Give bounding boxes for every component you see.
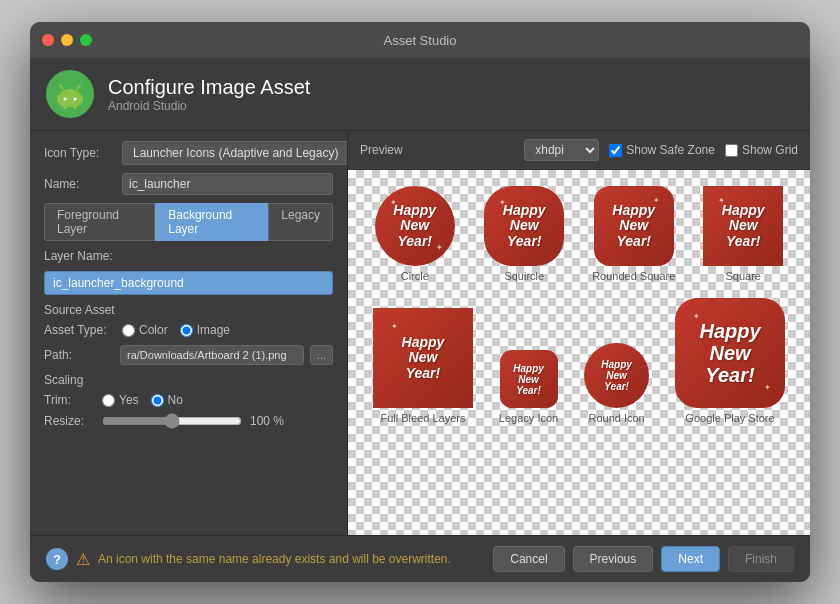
- bottom-bar: ? ⚠ An icon with the same name already e…: [30, 535, 810, 582]
- layer-name-label: Layer Name:: [44, 249, 114, 263]
- resize-slider[interactable]: [102, 413, 242, 429]
- icon-round-shape: HappyNewYear!: [584, 343, 649, 408]
- star-decoration-3: ✦: [499, 198, 506, 207]
- icon-rounded-square-preview: ✦ HappyNewYear!: [594, 186, 674, 266]
- asset-type-radio-group: Color Image: [122, 323, 230, 337]
- icon-rounded-square-text: HappyNewYear!: [608, 199, 659, 253]
- asset-type-image-radio[interactable]: [180, 324, 193, 337]
- maximize-button[interactable]: [80, 34, 92, 46]
- icon-type-label: Icon Type:: [44, 146, 114, 160]
- asset-type-row: Asset Type: Color Image: [44, 323, 333, 337]
- scaling-section: Scaling Trim: Yes No: [44, 373, 333, 429]
- icon-squircle-preview: ✦ HappyNewYear!: [484, 186, 564, 266]
- tab-foreground-layer[interactable]: Foreground Layer: [44, 203, 155, 241]
- star-decoration-4: ✦: [653, 196, 660, 205]
- header-text: Configure Image Asset Android Studio: [108, 76, 310, 113]
- icon-circle-text: HappyNewYear!: [389, 199, 440, 253]
- svg-point-7: [64, 98, 67, 101]
- main-window: Asset Studio Configure Image Asset: [30, 22, 810, 582]
- right-panel: Preview ldpimdpihdpixhdpixxhdpixxxhdpi S…: [348, 131, 810, 535]
- close-button[interactable]: [42, 34, 54, 46]
- trim-label: Trim:: [44, 393, 94, 407]
- titlebar: Asset Studio: [30, 22, 810, 58]
- show-safe-zone-input[interactable]: [609, 144, 622, 157]
- icon-square: ✦ HappyNewYear! Square: [693, 186, 795, 282]
- previous-button[interactable]: Previous: [573, 546, 654, 572]
- icon-full-bleed-preview: ✦ HappyNewYear!: [373, 308, 473, 408]
- show-grid-input[interactable]: [725, 144, 738, 157]
- finish-button[interactable]: Finish: [728, 546, 794, 572]
- icon-rounded-square-label: Rounded Square: [592, 270, 675, 282]
- show-grid-label: Show Grid: [742, 143, 798, 157]
- svg-rect-9: [57, 95, 61, 103]
- star-decoration-6: ✦: [391, 322, 398, 331]
- show-grid-checkbox[interactable]: Show Grid: [725, 143, 798, 157]
- source-asset-label: Source Asset: [44, 303, 333, 317]
- preview-canvas: ✦ ✦ HappyNewYear! Circle ✦: [348, 170, 810, 535]
- show-safe-zone-checkbox[interactable]: Show Safe Zone: [609, 143, 715, 157]
- icon-round: HappyNewYear! Round Icon: [584, 343, 649, 424]
- help-button[interactable]: ?: [46, 548, 68, 570]
- icon-square-preview: ✦ HappyNewYear!: [703, 186, 783, 266]
- icon-rounded-square-shape: ✦ HappyNewYear!: [594, 186, 674, 266]
- icon-full-bleed-shape: ✦ HappyNewYear!: [373, 308, 473, 408]
- next-button[interactable]: Next: [661, 546, 720, 572]
- star-decoration-8: ✦: [764, 383, 771, 392]
- path-input[interactable]: [120, 345, 304, 365]
- asset-type-color-radio[interactable]: [122, 324, 135, 337]
- trim-yes-label: Yes: [119, 393, 139, 407]
- android-logo: [46, 70, 94, 118]
- path-browse-button[interactable]: ...: [310, 345, 333, 365]
- resize-row: Resize: 100 %: [44, 413, 333, 429]
- icon-full-bleed: ✦ HappyNewYear! Full Bleed Layers: [373, 308, 473, 424]
- icon-circle-label: Circle: [401, 270, 429, 282]
- icon-square-label: Square: [726, 270, 761, 282]
- cancel-button[interactable]: Cancel: [493, 546, 564, 572]
- icon-google-play-label: Google Play Store: [685, 412, 774, 424]
- density-select[interactable]: ldpimdpihdpixhdpixxhdpixxxhdpi: [524, 139, 599, 161]
- icon-type-select[interactable]: Launcher Icons (Adaptive and Legacy): [122, 141, 348, 165]
- asset-type-label: Asset Type:: [44, 323, 114, 337]
- asset-type-color[interactable]: Color: [122, 323, 168, 337]
- path-row: Path: ...: [44, 345, 333, 365]
- content-area: Icon Type: Launcher Icons (Adaptive and …: [30, 131, 810, 535]
- icon-legacy-preview: HappyNewYear!: [500, 350, 558, 408]
- name-row: Name:: [44, 173, 333, 195]
- tab-legacy[interactable]: Legacy: [268, 203, 333, 241]
- svg-rect-12: [73, 103, 77, 109]
- trim-yes-radio[interactable]: [102, 394, 115, 407]
- action-buttons: Cancel Previous Next Finish: [493, 546, 794, 572]
- icon-round-label: Round Icon: [588, 412, 644, 424]
- icon-legacy-label: Legacy Icon: [499, 412, 558, 424]
- show-safe-zone-label: Show Safe Zone: [626, 143, 715, 157]
- icon-google-play-shape: ✦ ✦ HappyNewYear!: [675, 298, 785, 408]
- page-title: Configure Image Asset: [108, 76, 310, 99]
- trim-yes[interactable]: Yes: [102, 393, 139, 407]
- icon-circle: ✦ ✦ HappyNewYear! Circle: [364, 186, 466, 282]
- tab-background-layer[interactable]: Background Layer: [155, 203, 268, 241]
- name-input[interactable]: [122, 173, 333, 195]
- icon-rounded-square: ✦ HappyNewYear! Rounded Square: [583, 186, 685, 282]
- icon-round-text: HappyNewYear!: [597, 355, 636, 396]
- icon-circle-preview: ✦ ✦ HappyNewYear!: [375, 186, 455, 266]
- warning-icon: ⚠: [76, 550, 90, 569]
- minimize-button[interactable]: [61, 34, 73, 46]
- trim-no[interactable]: No: [151, 393, 183, 407]
- app-subtitle: Android Studio: [108, 99, 310, 113]
- star-decoration-5: ✦: [718, 196, 725, 205]
- asset-type-image-label: Image: [197, 323, 230, 337]
- trim-row: Trim: Yes No: [44, 393, 333, 407]
- icon-squircle: ✦ HappyNewYear! Squircle: [474, 186, 576, 282]
- asset-type-image[interactable]: Image: [180, 323, 230, 337]
- icon-square-shape: ✦ HappyNewYear!: [703, 186, 783, 266]
- icon-google-play-text: HappyNewYear!: [695, 316, 764, 390]
- titlebar-buttons: [42, 34, 92, 46]
- resize-label: Resize:: [44, 414, 94, 428]
- layer-name-input[interactable]: [44, 271, 333, 295]
- icon-round-preview: HappyNewYear!: [584, 343, 649, 408]
- svg-rect-11: [63, 103, 67, 109]
- preview-label: Preview: [360, 143, 514, 157]
- trim-no-radio[interactable]: [151, 394, 164, 407]
- left-panel: Icon Type: Launcher Icons (Adaptive and …: [30, 131, 348, 535]
- icon-full-bleed-text: HappyNewYear!: [398, 331, 449, 385]
